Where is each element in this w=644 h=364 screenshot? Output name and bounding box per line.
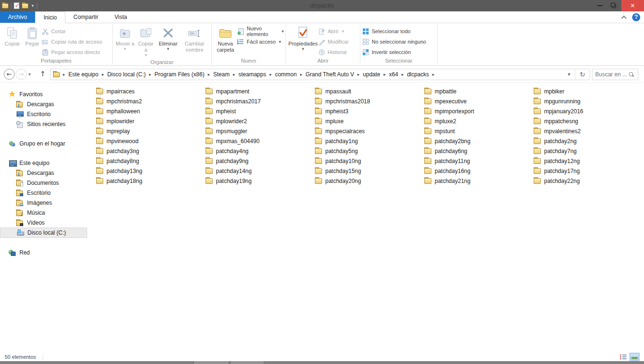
breadcrumb-arrow-icon[interactable]: ▸ [146, 72, 155, 77]
breadcrumb-arrow-icon[interactable]: ▸ [60, 72, 69, 77]
file-item[interactable]: patchday6ng [424, 146, 534, 156]
rename-button[interactable]: Cambiar nombre [180, 25, 209, 54]
address-bar[interactable]: ▸ Este equipo▸ Disco local (C:)▸ Program… [50, 69, 590, 80]
file-item[interactable]: mpgunrunning [534, 96, 643, 106]
file-item[interactable]: mpvalentines2 [534, 126, 643, 136]
file-item[interactable]: patchday16ng [424, 166, 534, 176]
file-item[interactable]: patchday9ng [206, 156, 315, 166]
file-item[interactable]: mpchristmas2 [96, 96, 206, 106]
breadcrumb-arrow-icon[interactable]: ▸ [266, 72, 275, 77]
delete-button[interactable]: Eliminar▼ [156, 25, 180, 53]
breadcrumb-segment[interactable]: x64▸ [389, 71, 407, 78]
file-item[interactable]: patchday20ng [315, 176, 424, 186]
file-item[interactable]: patchday21ng [424, 176, 534, 186]
file-item[interactable]: patchday17ng [534, 166, 643, 176]
breadcrumb-arrow-icon[interactable]: ▸ [230, 72, 239, 77]
breadcrumb-segment[interactable]: steamapps▸ [238, 71, 275, 78]
file-item[interactable]: mppatchesng [534, 116, 643, 126]
file-item[interactable]: patchday11ng [424, 156, 534, 166]
paste-shortcut-button[interactable]: Pegar acceso directo [42, 47, 102, 57]
breadcrumb-segment[interactable]: Este equipo▸ [69, 71, 107, 78]
file-item[interactable]: mpvinewood [96, 136, 206, 146]
sidebar-item[interactable]: Sitios recientes [0, 119, 87, 129]
breadcrumb-arrow-icon[interactable]: ▸ [98, 72, 107, 77]
breadcrumb-segment[interactable]: Disco local (C:)▸ [107, 71, 154, 78]
file-item[interactable]: patchday13ng [96, 166, 206, 176]
breadcrumb-arrow-icon[interactable]: ▸ [205, 72, 214, 77]
ribbon-tab[interactable]: Compartir [65, 11, 107, 23]
file-item[interactable]: mpbattle [424, 86, 534, 96]
sidebar-item[interactable]: Vídeos [0, 218, 87, 228]
file-item[interactable]: mpheist3 [315, 106, 424, 116]
sidebar-item[interactable]: Imágenes [0, 198, 87, 208]
file-item[interactable]: mpspecialraces [315, 126, 424, 136]
breadcrumb-arrow-icon[interactable]: ▸ [380, 72, 389, 77]
breadcrumb-arrow-icon[interactable]: ▸ [429, 72, 438, 77]
file-item[interactable]: mpstunt [424, 126, 534, 136]
tab-archivo[interactable]: Archivo [0, 11, 35, 23]
file-item[interactable]: mpbiker [534, 86, 643, 96]
search-input[interactable] [595, 71, 628, 78]
file-item[interactable]: mphalloween [96, 106, 206, 116]
edit-button[interactable]: Modificar [318, 37, 349, 46]
copy-to-button[interactable]: Copiar a▼ [135, 25, 156, 59]
sidebar-item[interactable]: Este equipo [0, 158, 87, 168]
file-item[interactable]: patchday2bng [424, 136, 534, 146]
new-item-button[interactable]: Nuevo elemento▼ [237, 27, 285, 36]
file-item[interactable]: mpassault [315, 86, 424, 96]
file-item[interactable]: mpsmuggler [206, 126, 315, 136]
file-item[interactable]: mpjanuary2016 [534, 106, 643, 116]
sidebar-item[interactable]: Grupo en el hogar [0, 138, 87, 148]
invert-selection-button[interactable]: Invertir selección [362, 47, 426, 57]
sidebar-item[interactable]: Escritorio [0, 109, 87, 119]
file-item[interactable]: patchday10ng [315, 156, 424, 166]
file-item[interactable]: mpheist [206, 106, 315, 116]
file-item[interactable]: mpimportexport [424, 106, 534, 116]
new-folder-button[interactable]: Nueva carpeta [214, 25, 237, 54]
restore-button[interactable] [607, 0, 621, 11]
breadcrumb-arrow-icon[interactable]: ▸ [297, 72, 306, 77]
help-icon[interactable]: ? [632, 13, 640, 21]
file-item[interactable]: patchday15ng [315, 166, 424, 176]
minimize-button[interactable] [593, 0, 607, 11]
file-item[interactable]: patchday18ng [96, 176, 206, 186]
file-item[interactable]: patchday19ng [206, 176, 315, 186]
file-item[interactable]: mpreplay [96, 126, 206, 136]
file-item[interactable]: mplowrider [96, 116, 206, 126]
back-button[interactable]: ← [4, 69, 15, 80]
sidebar-item[interactable]: Disco local (C:) [0, 228, 87, 238]
file-item[interactable]: patchday4ng [206, 146, 315, 156]
file-item[interactable]: mpairraces [96, 86, 206, 96]
file-item[interactable]: patchday12ng [534, 156, 643, 166]
close-button[interactable]: ✕ [621, 0, 644, 11]
copy-button[interactable]: Copiar [2, 25, 23, 48]
move-to-button[interactable]: Mover a▼ [115, 25, 135, 53]
file-item[interactable]: patchday1ng [315, 136, 424, 146]
file-item[interactable]: mpchristmas2017 [206, 96, 315, 106]
breadcrumb-segment[interactable]: Grand Theft Auto V▸ [305, 71, 363, 78]
breadcrumb-arrow-icon[interactable]: ▸ [354, 72, 363, 77]
sidebar-item[interactable]: ↓ Descargas [0, 168, 87, 178]
sidebar-item[interactable]: Red [0, 247, 87, 257]
history-dropdown-icon[interactable]: ▼ [27, 72, 32, 77]
breadcrumb-segment[interactable]: update▸ [363, 71, 389, 78]
breadcrumb-segment[interactable]: common▸ [275, 71, 306, 78]
address-dropdown-icon[interactable]: ▼ [563, 72, 575, 77]
details-view-button[interactable] [618, 353, 628, 361]
forward-button[interactable]: → [16, 69, 27, 80]
history-button[interactable]: Historial [318, 47, 349, 57]
cut-button[interactable]: Cortar [42, 27, 102, 36]
sidebar-item[interactable]: ♪ Música [0, 208, 87, 218]
easy-access-button[interactable]: Fácil acceso▼ [237, 37, 285, 46]
sidebar-item[interactable]: Favoritos [0, 89, 87, 99]
file-item[interactable]: patchday5ng [315, 146, 424, 156]
copy-path-button[interactable]: Copiar ruta de acceso [42, 37, 102, 46]
file-item[interactable]: patchday7ng [534, 146, 643, 156]
ribbon-tab[interactable]: Inicio [35, 11, 65, 23]
file-item[interactable]: patchday8ng [96, 156, 206, 166]
properties-button[interactable]: Propiedades▼ [288, 25, 318, 53]
sidebar-item[interactable]: Escritorio [0, 188, 87, 198]
file-item[interactable]: mplowrider2 [206, 116, 315, 126]
paste-button[interactable]: Pegar [23, 25, 42, 48]
breadcrumb-segment[interactable]: dlcpacks▸ [407, 71, 438, 78]
